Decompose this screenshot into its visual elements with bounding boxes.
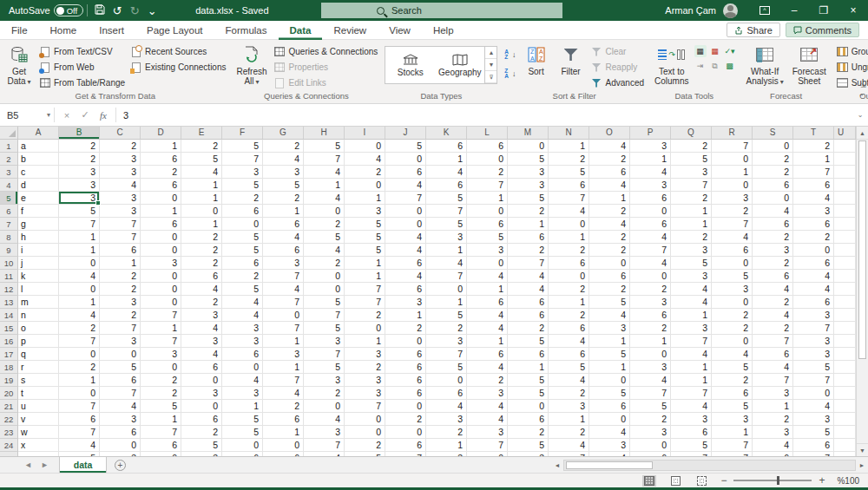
cell-D22[interactable]: 1 [141,413,181,426]
cell-A18[interactable]: r [18,361,59,374]
cell-T23[interactable]: 5 [793,426,834,439]
cell-K24[interactable]: 1 [426,439,467,452]
cell-U18[interactable] [834,361,856,374]
cell-B23[interactable]: 7 [59,426,100,439]
cell-S24[interactable]: 4 [753,439,793,452]
row-header-2[interactable]: 2 [0,153,18,166]
row-header-21[interactable]: 21 [0,400,18,413]
stocks-button[interactable]: Stocks [385,47,435,83]
cell-O6[interactable]: 2 [589,205,630,218]
tab-page-layout[interactable]: Page Layout [135,21,214,40]
zoom-slider-thumb[interactable] [777,476,779,485]
cell-A20[interactable]: t [18,387,59,400]
cell-S22[interactable]: 2 [753,413,793,426]
cell-Q8[interactable]: 2 [671,231,712,244]
cell-Q9[interactable]: 3 [671,244,712,257]
cell-T8[interactable]: 2 [793,231,834,244]
cell-S11[interactable]: 6 [753,270,793,283]
cell-L4[interactable]: 7 [467,179,508,192]
cell-G11[interactable]: 7 [263,270,304,283]
cell-I2[interactable]: 4 [345,153,385,166]
cell-Q5[interactable]: 2 [671,192,712,205]
cell-T6[interactable]: 3 [793,205,834,218]
cell-O8[interactable]: 2 [589,231,630,244]
cell-I19[interactable]: 3 [345,374,385,387]
cell-M20[interactable]: 5 [508,387,549,400]
cell-C14[interactable]: 2 [100,309,141,322]
cell-L10[interactable]: 0 [467,257,508,270]
cell-C9[interactable]: 6 [100,244,141,257]
cell-E12[interactable]: 4 [181,283,222,296]
cell-P12[interactable]: 2 [630,283,671,296]
row-header-18[interactable]: 18 [0,361,18,374]
cell-R23[interactable]: 1 [712,426,753,439]
cell-L9[interactable]: 3 [467,244,508,257]
cell-I22[interactable]: 0 [345,413,385,426]
recent-sources-button[interactable]: Recent Sources [128,44,227,59]
cell-C7[interactable]: 7 [100,218,141,231]
cell-J24[interactable]: 6 [385,439,426,452]
cell-Q16[interactable]: 7 [671,335,712,348]
cell-Q24[interactable]: 5 [671,439,712,452]
cell-L23[interactable]: 3 [467,426,508,439]
cell-I16[interactable]: 1 [345,335,385,348]
cell-L18[interactable]: 4 [467,361,508,374]
tab-file[interactable]: File [0,21,39,40]
column-header-D[interactable]: D [141,127,181,140]
column-header-U[interactable]: U [834,127,856,140]
cell-F13[interactable]: 4 [222,296,263,309]
save-icon[interactable] [91,4,108,17]
cell-E23[interactable]: 2 [181,426,222,439]
cell-S2[interactable]: 2 [753,153,793,166]
dialog-launcher-icon[interactable]: ⇲ [860,82,866,89]
relationships-icon[interactable]: ⧉ [709,60,721,72]
cell-R22[interactable]: 3 [712,413,753,426]
cell-H3[interactable]: 4 [304,166,345,179]
cell-U9[interactable] [834,244,856,257]
cell-C22[interactable]: 3 [100,413,141,426]
cell-A12[interactable]: l [18,283,59,296]
cell-H8[interactable]: 5 [304,231,345,244]
cell-F11[interactable]: 2 [222,270,263,283]
cell-N9[interactable]: 2 [549,244,589,257]
avatar[interactable] [723,3,738,18]
cell-O19[interactable]: 0 [589,374,630,387]
cell-L7[interactable]: 6 [467,218,508,231]
column-header-K[interactable]: K [426,127,467,140]
horizontal-scroll-thumb[interactable] [566,461,653,469]
cell-A8[interactable]: h [18,231,59,244]
cell-K1[interactable]: 6 [426,140,467,153]
normal-view-button[interactable] [642,475,656,487]
cell-U10[interactable] [834,257,856,270]
cell-M16[interactable]: 5 [508,335,549,348]
cell-U20[interactable] [834,387,856,400]
cell-K9[interactable]: 1 [426,244,467,257]
tab-home[interactable]: Home [39,21,89,40]
cell-D13[interactable]: 0 [141,296,181,309]
cell-D5[interactable]: 0 [141,192,181,205]
cell-E17[interactable]: 4 [181,348,222,361]
cell-A4[interactable]: d [18,179,59,192]
cell-G14[interactable]: 0 [263,309,304,322]
cell-H11[interactable]: 0 [304,270,345,283]
cell-N23[interactable]: 2 [549,426,589,439]
cell-L19[interactable]: 2 [467,374,508,387]
cell-K17[interactable]: 7 [426,348,467,361]
group-button[interactable]: Group▾ [835,44,868,59]
cell-Q19[interactable]: 1 [671,374,712,387]
cell-K6[interactable]: 7 [426,205,467,218]
cell-F6[interactable]: 6 [222,205,263,218]
cell-E15[interactable]: 4 [181,322,222,335]
cell-U1[interactable] [834,140,856,153]
cell-K12[interactable]: 0 [426,283,467,296]
column-header-F[interactable]: F [222,127,263,140]
cell-N20[interactable]: 2 [549,387,589,400]
cell-T19[interactable]: 7 [793,374,834,387]
existing-connections-button[interactable]: Existing Connections [128,60,227,75]
row-header-14[interactable]: 14 [0,309,18,322]
cell-M18[interactable]: 1 [508,361,549,374]
tab-data[interactable]: Data [279,21,323,40]
cell-T2[interactable]: 1 [793,153,834,166]
cell-C3[interactable]: 3 [100,166,141,179]
cell-P7[interactable]: 6 [630,218,671,231]
